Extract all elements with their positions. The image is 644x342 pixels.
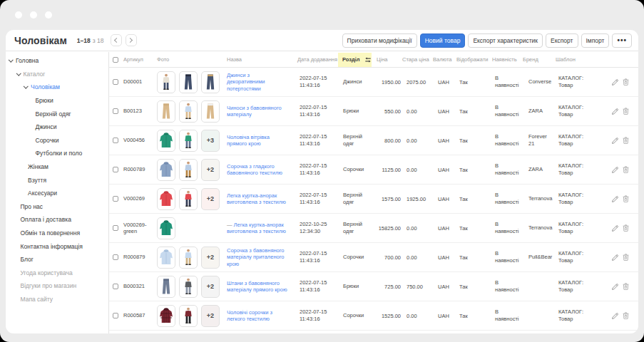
delete-button[interactable] bbox=[623, 195, 629, 202]
sidebar-item-0[interactable]: Головна bbox=[6, 54, 108, 68]
sidebar-item-1[interactable]: Каталог bbox=[6, 68, 108, 81]
sidebar-item-8[interactable]: Жінкам bbox=[6, 160, 108, 174]
delete-button[interactable] bbox=[623, 78, 629, 86]
sidebar-item-2[interactable]: Чоловікам bbox=[6, 81, 108, 94]
sidebar-item-7[interactable]: Футболки и поло bbox=[6, 147, 108, 160]
product-photo-thumbnail[interactable] bbox=[201, 71, 220, 93]
edit-button[interactable] bbox=[612, 284, 618, 290]
edit-button[interactable] bbox=[612, 313, 618, 319]
more-photos-thumbnail[interactable]: +3 bbox=[201, 130, 220, 152]
product-name-link[interactable]: — Легка куртка-анорак виготовлена з текс… bbox=[227, 222, 286, 234]
prev-page-button[interactable] bbox=[111, 34, 122, 46]
sidebar-item-6[interactable]: Сорочки bbox=[6, 134, 108, 147]
product-name-link[interactable]: Сорочка з бавовняного матеріалу притален… bbox=[227, 247, 285, 267]
currency-cell: UAH bbox=[432, 108, 456, 115]
delete-button[interactable] bbox=[623, 254, 629, 261]
edit-button[interactable] bbox=[612, 196, 618, 202]
sidebar-item-5[interactable]: Джинси bbox=[6, 120, 108, 134]
product-photo-thumbnail[interactable] bbox=[179, 130, 198, 152]
more-button[interactable]: ••• bbox=[612, 33, 632, 48]
product-photo-thumbnail[interactable] bbox=[157, 305, 175, 327]
top-photo bbox=[159, 161, 173, 178]
edit-button[interactable] bbox=[612, 254, 618, 261]
sidebar-item-3[interactable]: Брюки bbox=[6, 94, 108, 108]
hide-modifications-button[interactable]: Приховати модифікації bbox=[342, 33, 417, 48]
product-photo-thumbnail[interactable] bbox=[157, 130, 175, 152]
select-all-checkbox[interactable] bbox=[113, 57, 118, 63]
product-photo-thumbnail[interactable] bbox=[179, 71, 198, 93]
sidebar-item-4[interactable]: Верхній одяг bbox=[6, 107, 108, 120]
product-photo-thumbnail[interactable] bbox=[179, 159, 198, 181]
sidebar-item-9[interactable]: Взуття bbox=[6, 173, 108, 187]
import-button[interactable]: Імпорт bbox=[581, 33, 610, 48]
date-added-cell: 2022-07-1511:43:16 bbox=[297, 250, 338, 264]
row-checkbox[interactable] bbox=[113, 196, 118, 202]
sidebar-item-label: Аксесуари bbox=[28, 190, 57, 197]
product-name-link[interactable]: Джинси з декоративними потертостями bbox=[227, 72, 265, 92]
date-added-time: 11:43:16 bbox=[300, 286, 338, 294]
product-photo-thumbnail[interactable] bbox=[179, 100, 198, 123]
row-checkbox[interactable] bbox=[113, 284, 118, 289]
product-name-link[interactable]: Чоловічі сорочки з легкого текстилю bbox=[227, 309, 272, 322]
row-checkbox[interactable] bbox=[113, 313, 118, 318]
delete-button[interactable] bbox=[623, 283, 629, 290]
more-photos-thumbnail[interactable]: +2 bbox=[201, 305, 220, 327]
sidebar-item-10[interactable]: Аксесуари bbox=[6, 187, 108, 200]
product-photo-thumbnail[interactable] bbox=[179, 276, 198, 298]
product-name-link[interactable]: Легка куртка-анорак виготовлена з тексти… bbox=[227, 192, 286, 205]
product-name-link[interactable]: Чоловіча вітрівка прямого крою bbox=[227, 134, 270, 147]
row-checkbox[interactable] bbox=[113, 138, 118, 143]
sorted-column-highlight[interactable]: Розділ bbox=[338, 53, 372, 67]
window-control-close[interactable] bbox=[15, 11, 22, 19]
edit-button[interactable] bbox=[612, 138, 618, 144]
delete-button[interactable] bbox=[623, 224, 629, 232]
edit-button[interactable] bbox=[612, 225, 618, 232]
row-checkbox[interactable] bbox=[113, 167, 118, 172]
row-checkbox[interactable] bbox=[113, 225, 118, 231]
delete-button[interactable] bbox=[623, 137, 629, 144]
edit-button[interactable] bbox=[612, 167, 618, 173]
row-checkbox[interactable] bbox=[113, 254, 118, 260]
product-photo-thumbnail[interactable] bbox=[179, 305, 198, 327]
export-button[interactable]: Експорт bbox=[546, 33, 578, 48]
sidebar-item-17[interactable]: Відгуки про магазин bbox=[6, 279, 108, 293]
product-photo-thumbnail[interactable] bbox=[157, 276, 175, 298]
delete-button[interactable] bbox=[623, 312, 629, 319]
more-photos-thumbnail[interactable]: +2 bbox=[201, 247, 220, 269]
window-control-maximize[interactable] bbox=[45, 11, 52, 19]
sidebar-item-15[interactable]: Блог bbox=[6, 253, 108, 266]
sidebar-item-14[interactable]: Контактна інформація bbox=[6, 239, 108, 253]
more-photos-thumbnail[interactable]: +2 bbox=[201, 276, 220, 298]
product-photo-thumbnail[interactable] bbox=[179, 247, 198, 269]
more-photos-thumbnail[interactable]: +2 bbox=[201, 159, 220, 181]
page-title: Чоловікам bbox=[14, 35, 67, 46]
product-photo-thumbnail[interactable] bbox=[179, 188, 198, 210]
product-photo-thumbnail[interactable] bbox=[157, 188, 175, 210]
product-name-link[interactable]: Штани з бавовняного матеріалу прямого кр… bbox=[227, 280, 287, 293]
window-control-minimize[interactable] bbox=[30, 11, 37, 19]
product-photo-thumbnail[interactable] bbox=[157, 100, 175, 123]
new-product-button[interactable]: Новий товар bbox=[420, 33, 466, 48]
delete-button[interactable] bbox=[623, 166, 629, 173]
next-page-button[interactable] bbox=[126, 34, 137, 46]
product-photo-thumbnail[interactable] bbox=[201, 100, 220, 123]
sidebar-item-12[interactable]: Оплата і доставка bbox=[6, 213, 108, 227]
product-photo-thumbnail[interactable] bbox=[157, 71, 175, 93]
row-checkbox[interactable] bbox=[113, 79, 118, 85]
edit-button[interactable] bbox=[612, 108, 618, 115]
product-name-link[interactable]: Сорочка з гладкого бавовняного текстилю bbox=[227, 163, 282, 176]
sidebar-item-16[interactable]: Угода користувача bbox=[6, 266, 108, 280]
column-header-article: Артикул bbox=[120, 56, 154, 63]
sidebar-item-11[interactable]: Про нас bbox=[6, 200, 108, 214]
row-checkbox[interactable] bbox=[113, 108, 118, 114]
product-name-link[interactable]: Чиноси з бавовняного матеріалу bbox=[227, 105, 282, 118]
product-photo-thumbnail[interactable] bbox=[157, 247, 175, 269]
sidebar-item-13[interactable]: Обмін та повернення bbox=[6, 227, 108, 240]
product-photo-thumbnail[interactable] bbox=[157, 217, 175, 239]
product-photo-thumbnail[interactable] bbox=[157, 159, 175, 181]
delete-button[interactable] bbox=[623, 108, 629, 115]
export-characteristics-button[interactable]: Експорт характеристик bbox=[468, 33, 543, 48]
sidebar-item-18[interactable]: Мапа сайту bbox=[6, 293, 108, 306]
edit-button[interactable] bbox=[612, 79, 618, 86]
more-photos-thumbnail[interactable]: +2 bbox=[201, 188, 220, 210]
